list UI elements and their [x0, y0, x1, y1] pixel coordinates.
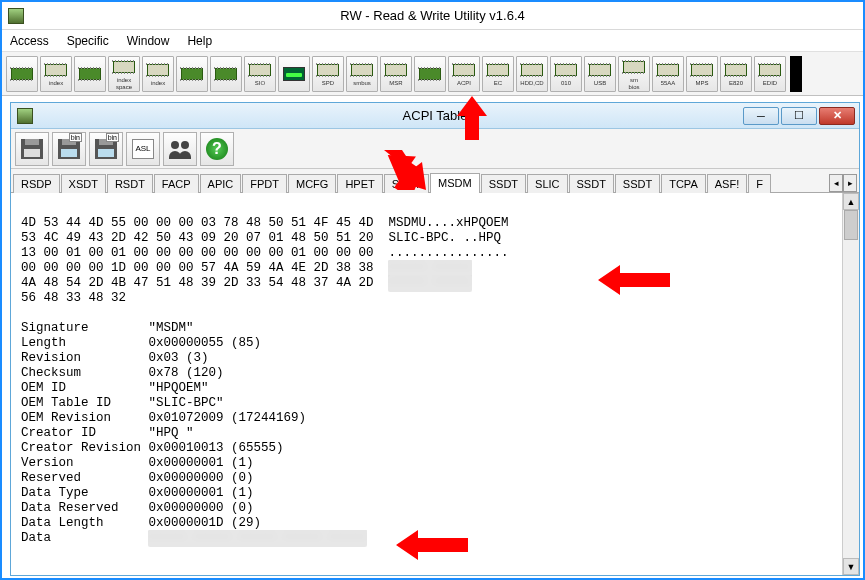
window-title: RW - Read & Write Utility v1.6.4 — [340, 8, 524, 23]
sio-btn[interactable]: SIO — [244, 56, 276, 92]
mem-btn[interactable] — [6, 56, 38, 92]
app-icon — [8, 8, 24, 24]
acpi-table-window: ACPI Table ─ ☐ ✕ bin bin ASL ? RSDPXSDTR… — [10, 102, 860, 576]
dev2-btn[interactable] — [210, 56, 242, 92]
menu-specific[interactable]: Specific — [67, 34, 109, 48]
child-app-icon — [17, 108, 33, 124]
smbios-btn[interactable]: smbios — [618, 56, 650, 92]
tab-rsdt-2[interactable]: RSDT — [107, 174, 153, 193]
menubar: Access Specific Window Help — [2, 30, 863, 52]
vertical-scrollbar[interactable]: ▲ ▼ — [842, 193, 859, 575]
tab-facp-3[interactable]: FACP — [154, 174, 199, 193]
hdd-btn[interactable]: HDD,CD — [516, 56, 548, 92]
acpi-btn[interactable]: ACPI — [448, 56, 480, 92]
index-btn[interactable]: index — [40, 56, 72, 92]
close-button[interactable]: ✕ — [819, 107, 855, 125]
index-space-btn[interactable]: indexspace — [108, 56, 140, 92]
tab-ssdt-10[interactable]: SSDT — [481, 174, 526, 193]
maximize-button[interactable]: ☐ — [781, 107, 817, 125]
scroll-up-button[interactable]: ▲ — [843, 193, 859, 210]
save-floppy-btn[interactable] — [15, 132, 49, 166]
main-toolbar: indexindexspaceindexSIOSPDsmbusMSRACPIEC… — [2, 52, 863, 96]
010-btn[interactable]: 010 — [550, 56, 582, 92]
e820-btn[interactable]: E820 — [720, 56, 752, 92]
acpi-tabs: RSDPXSDTRSDTFACPAPICFPDTMCFGHPETSSDTMSDM… — [11, 169, 859, 193]
find-btn[interactable] — [163, 132, 197, 166]
tab-apic-4[interactable]: APIC — [200, 174, 242, 193]
tab-mcfg-6[interactable]: MCFG — [288, 174, 336, 193]
save-bin-btn[interactable]: bin — [52, 132, 86, 166]
index2-btn[interactable]: index — [142, 56, 174, 92]
tab-scroll-right[interactable]: ▸ — [843, 174, 857, 192]
dev-btn[interactable] — [176, 56, 208, 92]
edid-btn[interactable]: EDID — [754, 56, 786, 92]
menu-help[interactable]: Help — [187, 34, 212, 48]
save-bin2-btn[interactable]: bin — [89, 132, 123, 166]
menu-access[interactable]: Access — [10, 34, 49, 48]
cpu-btn[interactable] — [414, 56, 446, 92]
help-btn[interactable]: ? — [200, 132, 234, 166]
scroll-thumb[interactable] — [844, 210, 858, 240]
tab-ssdt-13[interactable]: SSDT — [615, 174, 660, 193]
tab-msdm-9[interactable]: MSDM — [430, 173, 480, 193]
tab-slic-11[interactable]: SLIC — [527, 174, 567, 193]
hex-text-area[interactable]: 4D 53 44 4D 55 00 00 00 03 78 48 50 51 4… — [11, 193, 842, 575]
window-titlebar: RW - Read & Write Utility v1.6.4 — [2, 2, 863, 30]
mdi-client: ACPI Table ─ ☐ ✕ bin bin ASL ? RSDPXSDTR… — [10, 102, 855, 574]
mem2-btn[interactable] — [74, 56, 106, 92]
smbus-btn[interactable]: smbus — [346, 56, 378, 92]
lcd-btn[interactable] — [278, 56, 310, 92]
tab-rsdp-0[interactable]: RSDP — [13, 174, 60, 193]
55aa-btn[interactable]: 55AA — [652, 56, 684, 92]
tab-tcpa-14[interactable]: TCPA — [661, 174, 706, 193]
scroll-down-button[interactable]: ▼ — [843, 558, 859, 575]
child-titlebar[interactable]: ACPI Table ─ ☐ ✕ — [11, 103, 859, 129]
mps-btn[interactable]: MPS — [686, 56, 718, 92]
tab-xsdt-1[interactable]: XSDT — [61, 174, 106, 193]
tab-ssdt-12[interactable]: SSDT — [569, 174, 614, 193]
tab-scroll-left[interactable]: ◂ — [829, 174, 843, 192]
minimize-button[interactable]: ─ — [743, 107, 779, 125]
asl-btn[interactable]: ASL — [126, 132, 160, 166]
msr-btn[interactable]: MSR — [380, 56, 412, 92]
spd-btn[interactable]: SPD — [312, 56, 344, 92]
tab-asf!-15[interactable]: ASF! — [707, 174, 747, 193]
tab-ssdt-8[interactable]: SSDT — [384, 174, 429, 193]
tab-f-16[interactable]: F — [748, 174, 771, 193]
menu-window[interactable]: Window — [127, 34, 170, 48]
usb-btn[interactable]: USB — [584, 56, 616, 92]
child-toolbar: bin bin ASL ? — [11, 129, 859, 169]
tab-hpet-7[interactable]: HPET — [337, 174, 382, 193]
tab-fpdt-5[interactable]: FPDT — [242, 174, 287, 193]
child-title: ACPI Table — [403, 108, 468, 123]
ec-btn[interactable]: EC — [482, 56, 514, 92]
content-pane: 4D 53 44 4D 55 00 00 00 03 78 48 50 51 4… — [11, 193, 859, 575]
